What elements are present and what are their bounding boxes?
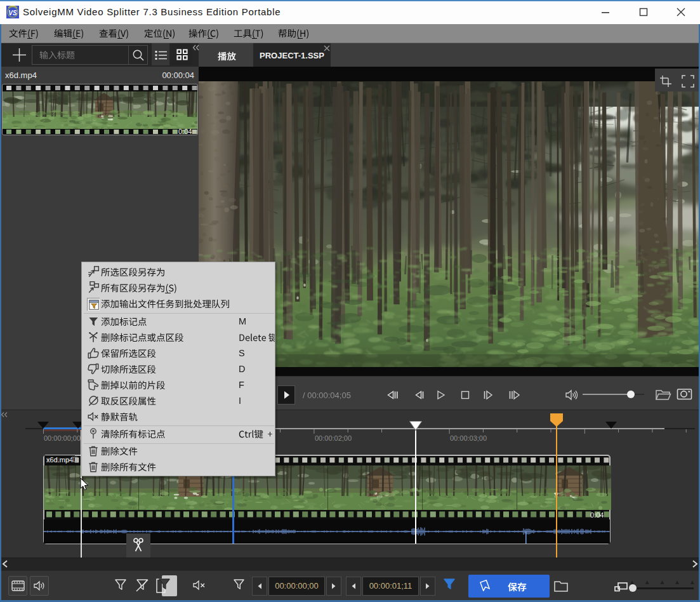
- svg-text:VS: VS: [8, 10, 17, 17]
